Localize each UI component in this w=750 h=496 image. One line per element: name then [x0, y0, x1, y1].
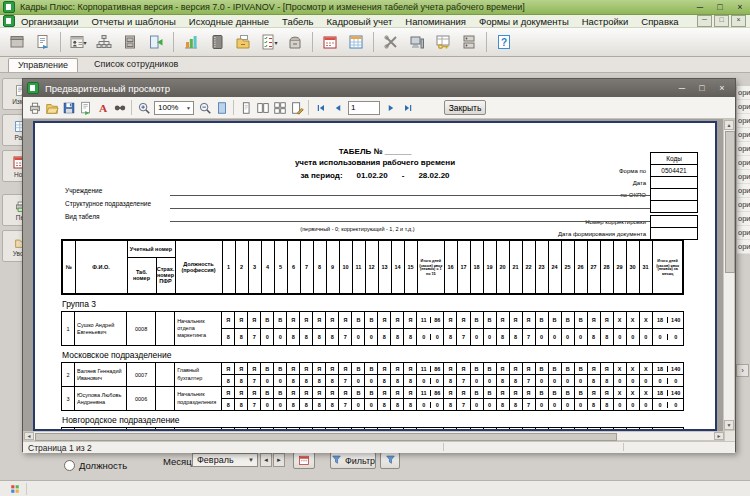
documents-folder-button[interactable]: [230, 30, 256, 54]
mdi-restore-button[interactable]: □: [714, 15, 729, 27]
vscroll-thumb[interactable]: [725, 131, 735, 273]
day-cell: Х0: [626, 312, 639, 346]
tasks-checklist-button[interactable]: ▾: [256, 30, 282, 54]
close-preview-button[interactable]: Закрыть: [444, 100, 486, 115]
right-list-item[interactable]: ори: [737, 198, 750, 212]
radio-circle-icon[interactable]: [64, 460, 75, 471]
previous-page-button[interactable]: [329, 99, 346, 116]
horizontal-scrollbar[interactable]: ◄ ►: [23, 431, 725, 441]
multi-page-view-button[interactable]: [271, 99, 288, 116]
maximize-button[interactable]: □: [710, 2, 730, 13]
find-button[interactable]: [111, 99, 128, 116]
month-next-button[interactable]: ►: [273, 453, 285, 467]
close-button[interactable]: ×: [730, 2, 750, 13]
scroll-down-icon[interactable]: ▼: [724, 420, 734, 430]
menu-item-3[interactable]: Табель: [282, 16, 313, 27]
right-list-item[interactable]: ори: [737, 156, 750, 170]
org-structure-button[interactable]: [91, 30, 117, 54]
pdf-export-button[interactable]: A: [94, 99, 111, 116]
clear-filter-button[interactable]: [380, 452, 400, 469]
right-list-item[interactable]: ори: [737, 212, 750, 226]
journal-button[interactable]: [204, 30, 230, 54]
exit-door-button[interactable]: [143, 30, 169, 54]
tab-upravlenie[interactable]: Управление: [8, 58, 78, 72]
next-page-button[interactable]: [382, 99, 399, 116]
right-list-item[interactable]: ори: [737, 86, 750, 100]
first-page-button[interactable]: [312, 99, 329, 116]
right-list-item[interactable]: ори: [737, 142, 750, 156]
scroll-up-icon[interactable]: ▲: [724, 120, 734, 130]
calendar-button[interactable]: [293, 452, 315, 469]
right-list-item[interactable]: ори: [737, 170, 750, 184]
filter-button[interactable]: Фильтр: [330, 452, 376, 469]
day-cell: Я8: [378, 312, 391, 346]
vertical-scrollbar[interactable]: ▲ ▼: [723, 119, 735, 431]
preview-minimize-button[interactable]: ─: [672, 82, 692, 95]
hscroll-thumb[interactable]: [35, 433, 617, 441]
scroll-right-icon[interactable]: ►: [714, 432, 724, 440]
right-list-item[interactable]: ори: [737, 226, 750, 240]
mdi-minimize-button[interactable]: ─: [697, 15, 712, 27]
organizations-button[interactable]: [4, 30, 30, 54]
col-day: 31: [639, 240, 652, 294]
print-button[interactable]: [26, 99, 43, 116]
chevron-down-icon: ▼: [248, 457, 257, 463]
menu-item-7[interactable]: Настройки: [582, 16, 629, 27]
right-list-item[interactable]: ори: [737, 114, 750, 128]
zoom-select[interactable]: 100% ▼: [154, 101, 194, 115]
menu-item-4[interactable]: Кадровый учет: [327, 16, 393, 27]
sidebar-button-4[interactable]: Увол: [2, 230, 22, 262]
zoom-in-button[interactable]: [135, 99, 152, 116]
sidebar-button-3[interactable]: Пе: [2, 194, 22, 226]
export-button[interactable]: [77, 99, 94, 116]
menu-item-2[interactable]: Исходные данные: [189, 16, 269, 27]
preview-titlebar[interactable]: Предварительный просмотр ─ □ ×: [23, 79, 735, 97]
mdi-close-button[interactable]: ×: [731, 15, 746, 27]
sidebar-button-1[interactable]: Рас: [2, 114, 22, 146]
last-page-button[interactable]: [399, 99, 416, 116]
month-prev-button[interactable]: ◄: [260, 453, 272, 467]
right-list-item[interactable]: ори: [737, 240, 750, 254]
employee-card-button[interactable]: ▾: [65, 30, 91, 54]
month-select[interactable]: Февраль ▼: [192, 453, 258, 467]
excel-grid-icon: [10, 480, 20, 496]
open-button[interactable]: [43, 99, 60, 116]
reports-button[interactable]: [30, 30, 56, 54]
table-key-button[interactable]: [430, 30, 456, 54]
right-list-item[interactable]: ори: [737, 100, 750, 114]
tools-button[interactable]: [378, 30, 404, 54]
single-page-view-button[interactable]: [237, 99, 254, 116]
minimize-button[interactable]: ─: [690, 2, 710, 13]
sidebar-button-2[interactable]: Нор: [2, 150, 22, 182]
save-button[interactable]: [60, 99, 77, 116]
preview-maximize-button[interactable]: □: [692, 82, 712, 95]
tab-spisok-sotrudnikov[interactable]: Список сотрудников: [90, 58, 182, 72]
menu-item-6[interactable]: Формы и документы: [479, 16, 569, 27]
menu-item-1[interactable]: Отчеты и шаблоны: [91, 16, 175, 27]
card-index-button[interactable]: [282, 30, 308, 54]
preview-close-button[interactable]: ×: [712, 82, 732, 95]
help-button[interactable]: ?: [491, 30, 517, 54]
right-list-item[interactable]: ори: [737, 128, 750, 142]
right-list-item[interactable]: ори: [737, 184, 750, 198]
expand-panel-button[interactable]: ›: [736, 364, 749, 377]
fit-page-button[interactable]: [213, 99, 230, 116]
archive-cabinet-button[interactable]: [117, 30, 143, 54]
two-page-view-button[interactable]: [254, 99, 271, 116]
menu-item-0[interactable]: Организации: [21, 16, 78, 27]
workstation-button[interactable]: [404, 30, 430, 54]
statistics-chart-button[interactable]: [178, 30, 204, 54]
zoom-out-button[interactable]: [196, 99, 213, 116]
calendar-red-button[interactable]: [317, 30, 343, 54]
scroll-left-icon[interactable]: ◄: [24, 432, 34, 440]
group-table: 2Валяев Геннадий Иванович0007Главный бух…: [61, 362, 684, 411]
page-status: Страница 1 из 2: [28, 443, 92, 453]
server-list-button[interactable]: [456, 30, 482, 54]
menu-item-5[interactable]: Напоминания: [405, 16, 466, 27]
page-setup-button[interactable]: [288, 99, 305, 116]
radio-dolzhnost[interactable]: Должность: [64, 460, 127, 471]
timesheet-table-button[interactable]: [343, 30, 369, 54]
page-number-input[interactable]: [348, 101, 380, 115]
sidebar-button-0[interactable]: Изме: [2, 78, 22, 110]
menu-item-8[interactable]: Справка: [641, 16, 678, 27]
